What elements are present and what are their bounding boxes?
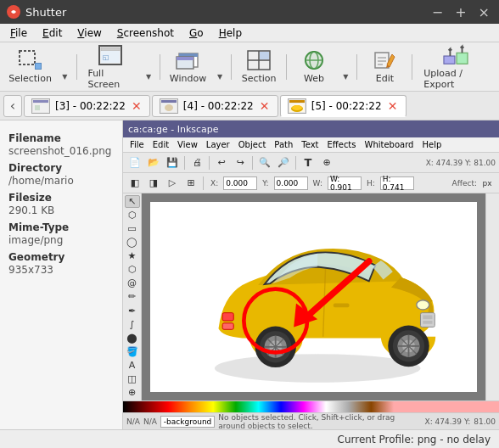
- svg-rect-29: [33, 100, 48, 103]
- menu-edit[interactable]: Edit: [36, 25, 69, 41]
- ink-ellipse-tool[interactable]: ◯: [125, 236, 140, 249]
- minimize-button[interactable]: −: [429, 4, 446, 20]
- upload-icon: [442, 44, 469, 66]
- ink-align-left[interactable]: ◧: [126, 175, 143, 192]
- ink-undo-btn[interactable]: ↩: [213, 154, 230, 171]
- svg-rect-37: [289, 100, 305, 103]
- ink-affect-label: Affect:: [452, 179, 477, 188]
- web-dropdown[interactable]: ▼: [339, 46, 351, 88]
- tab-3-close[interactable]: ✕: [387, 100, 399, 112]
- tab-1-label: [3] - 00:22:22: [55, 100, 126, 112]
- ink-align-right[interactable]: ▷: [164, 175, 181, 192]
- window-dropdown[interactable]: ▼: [214, 46, 226, 88]
- ink-sep2: [209, 156, 210, 170]
- ink-rect-tool[interactable]: ▭: [125, 222, 140, 235]
- ink-gradient-tool[interactable]: ◫: [125, 372, 140, 385]
- inkscape-titlebar: ca:ca:ge - Inkscape: [123, 120, 499, 137]
- ink-distribute[interactable]: ⊞: [182, 175, 199, 192]
- ink-zoom-tool[interactable]: ⊕: [125, 386, 140, 399]
- window-button[interactable]: Window: [165, 46, 210, 88]
- ink-menu-object[interactable]: Object: [235, 139, 270, 150]
- selection-button[interactable]: Selection: [5, 46, 55, 88]
- ink-calligraphy-tool[interactable]: ∫: [125, 318, 140, 331]
- ink-w-input[interactable]: W: 0.901: [328, 176, 362, 190]
- ink-fill-tool[interactable]: 🪣: [125, 345, 140, 358]
- ink-new-btn[interactable]: 📄: [126, 154, 143, 171]
- ink-na2: N/A: [143, 417, 157, 426]
- inkscape-main: ↖ ⬡ ▭ ◯ ★ ⬡ @ ✏ ✒ ∫ ⬤ 🪣 A ◫ ⊕: [123, 193, 499, 400]
- ink-menu-effects[interactable]: Effects: [324, 139, 360, 150]
- ink-node-tool[interactable]: ⬡: [125, 209, 140, 221]
- ink-spiral-tool[interactable]: @: [125, 277, 140, 289]
- ink-select-tool[interactable]: ↖: [125, 195, 140, 208]
- ink-y-input[interactable]: 0.000: [274, 176, 308, 190]
- ink-zoom-out-btn[interactable]: 🔎: [275, 154, 292, 171]
- ink-pencil-tool[interactable]: ✏: [125, 290, 140, 303]
- inkscape-right-panel: [485, 193, 499, 400]
- titlebar-controls[interactable]: − + ×: [429, 4, 492, 20]
- ink-menu-whiteboard[interactable]: Whiteboard: [362, 139, 418, 150]
- ink-menu-path[interactable]: Path: [271, 139, 296, 150]
- svg-rect-46: [423, 321, 432, 324]
- ink-menu-edit[interactable]: Edit: [149, 139, 172, 150]
- tab-1-thumbnail: [31, 98, 50, 114]
- ink-save-btn[interactable]: 💾: [164, 154, 181, 171]
- tab-1-close[interactable]: ✕: [131, 100, 143, 112]
- main-content: Filename screenshot_016.png Directory /h…: [0, 120, 499, 429]
- svg-rect-44: [421, 313, 435, 328]
- section-button[interactable]: Section: [237, 46, 281, 88]
- ink-pen-tool[interactable]: ✒: [125, 305, 140, 317]
- section-label: Section: [242, 73, 277, 84]
- ink-redo-btn[interactable]: ↪: [232, 154, 249, 171]
- selection-dropdown[interactable]: ▼: [59, 46, 70, 88]
- ink-coords: X: 474.39 Y: 81.00: [426, 159, 496, 167]
- close-button[interactable]: ×: [476, 4, 492, 20]
- fullscreen-label: Full Screen: [87, 68, 132, 90]
- ink-open-btn[interactable]: 📂: [145, 154, 162, 171]
- inkscape-toolbar2: ◧ ◨ ▷ ⊞ X: 0.000 Y: 0.000 W: W: 0.901 H:…: [123, 173, 499, 193]
- fullscreen-dropdown[interactable]: ▼: [143, 46, 154, 88]
- menu-go[interactable]: Go: [182, 25, 210, 41]
- ink-3d-tool[interactable]: ⬡: [125, 263, 140, 276]
- menu-screenshot[interactable]: Screenshot: [110, 25, 181, 41]
- ink-bg-selector[interactable]: -background: [160, 416, 215, 428]
- app-icon: [7, 5, 20, 19]
- ink-menu-layer[interactable]: Layer: [203, 139, 233, 150]
- tab-2-thumbnail: [160, 98, 178, 114]
- maximize-button[interactable]: +: [452, 4, 468, 20]
- ink-zoom-in-btn[interactable]: 🔍: [256, 154, 273, 171]
- ink-affect-btn[interactable]: px: [479, 175, 496, 192]
- tab-1[interactable]: [3] - 00:22:22 ✕: [24, 95, 150, 117]
- ink-bold-btn[interactable]: T: [300, 154, 317, 171]
- ink-menu-help[interactable]: Help: [418, 139, 445, 150]
- edit-button[interactable]: Edit: [362, 46, 406, 88]
- ink-text-tool[interactable]: A: [125, 359, 140, 372]
- tab-3[interactable]: [5] - 00:22:22 ✕: [280, 95, 406, 117]
- menu-file[interactable]: File: [3, 25, 34, 41]
- menu-help[interactable]: Help: [212, 25, 249, 41]
- ink-align-center[interactable]: ◨: [145, 175, 162, 192]
- ink-h-input[interactable]: H: 0.741: [380, 176, 414, 190]
- ink-menu-file[interactable]: File: [126, 139, 148, 150]
- tab-2-label: [4] - 00:22:22: [183, 100, 254, 112]
- ink-print-btn[interactable]: 🖨: [188, 154, 205, 171]
- ink-snap-btn[interactable]: ⊕: [318, 154, 335, 171]
- web-button[interactable]: Web: [292, 46, 336, 88]
- tab-2-close[interactable]: ✕: [259, 100, 271, 112]
- ink-status-text: No objects selected. Click, Shift+click,…: [218, 413, 421, 430]
- inkscape-canvas-area[interactable]: [142, 193, 485, 400]
- ink-star-tool[interactable]: ★: [125, 249, 140, 262]
- ink-menu-view[interactable]: View: [174, 139, 201, 150]
- titlebar-title: Shutter: [25, 6, 66, 19]
- ink-x-input[interactable]: 0.000: [223, 176, 257, 190]
- menu-view[interactable]: View: [70, 25, 108, 41]
- upload-button[interactable]: Upload / Export: [418, 46, 494, 88]
- selection-dropdown-arrow: ▼: [62, 73, 67, 81]
- inkscape-menubar[interactable]: File Edit View Layer Object Path Text Ef…: [123, 137, 499, 153]
- fullscreen-button[interactable]: ◱ Full Screen: [81, 46, 138, 88]
- ink-menu-text[interactable]: Text: [298, 139, 322, 150]
- tab-2[interactable]: [4] - 00:22:22 ✕: [152, 95, 278, 117]
- ink-paint-tool[interactable]: ⬤: [125, 332, 140, 344]
- tab-prev-button[interactable]: ‹: [3, 95, 22, 117]
- edit-icon: [371, 49, 398, 71]
